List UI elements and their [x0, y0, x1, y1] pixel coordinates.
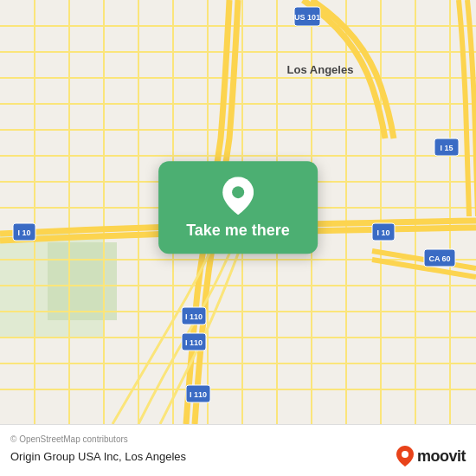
- cta-button[interactable]: Take me there: [158, 161, 318, 254]
- moovit-wordmark: moovit: [417, 447, 466, 466]
- location-pin-icon: [222, 177, 254, 215]
- moovit-pin-icon: [396, 446, 414, 466]
- attribution-text: © OpenStreetMap contributors: [10, 434, 466, 444]
- svg-text:I 15: I 15: [440, 144, 453, 152]
- svg-point-47: [232, 186, 244, 198]
- location-name: Origin Group USA Inc, Los Angeles: [10, 450, 186, 463]
- map-view: US 101 I 10 I 10 I 110 I 110 I 110 CA 60…: [0, 0, 476, 424]
- svg-text:CA 60: CA 60: [428, 254, 450, 263]
- svg-point-48: [402, 451, 408, 458]
- svg-text:I 110: I 110: [185, 338, 203, 347]
- svg-text:I 110: I 110: [190, 390, 207, 399]
- moovit-logo: moovit: [396, 446, 466, 466]
- svg-text:I 10: I 10: [376, 228, 389, 237]
- svg-text:US 101: US 101: [294, 13, 320, 22]
- svg-text:Los Angeles: Los Angeles: [287, 63, 354, 76]
- svg-rect-2: [48, 242, 117, 320]
- cta-label: Take me there: [186, 222, 290, 240]
- bottom-bar: © OpenStreetMap contributors Origin Grou…: [0, 424, 476, 476]
- svg-text:I 110: I 110: [185, 312, 203, 321]
- svg-text:I 10: I 10: [17, 228, 30, 237]
